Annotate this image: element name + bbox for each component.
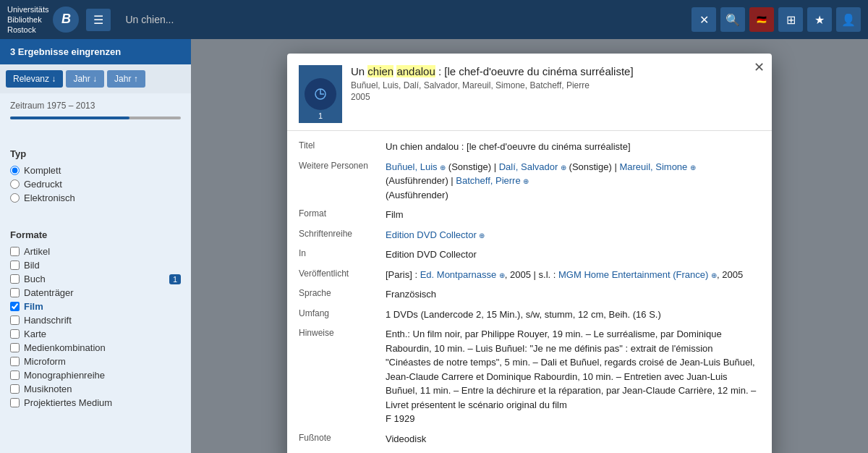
label-sprache: Sprache <box>299 287 386 302</box>
main-content: ✕ 1 <box>191 39 868 453</box>
detail-row-sprache: Sprache Französisch <box>299 287 760 302</box>
link-bunuel[interactable]: Buñuel, Luis <box>386 161 438 172</box>
logo-text: Universitäts Bibliothek Rostock <box>7 4 48 35</box>
detail-row-veroeffentlicht: Veröffentlicht [Paris] : Ed. Montparnass… <box>299 268 760 282</box>
content-area: 3 Ergebnisse eingrenzen Relevanz ↓ Jahr … <box>0 39 868 453</box>
format-handschrift[interactable]: Handschrift <box>10 315 181 326</box>
detail-row-in: In Edition DVD Collector <box>299 247 760 262</box>
sort-bar: Relevanz ↓ Jahr ↓ Jahr ↑ <box>0 64 191 93</box>
detail-row-titel: Titel Un chien andalou : [le chef-d'oeuv… <box>299 140 760 154</box>
value-format: Film <box>386 208 760 222</box>
link-mareuil[interactable]: Mareuil, Simone <box>619 161 687 172</box>
search-button[interactable]: 🔍 <box>720 7 745 32</box>
modal-close-button[interactable]: ✕ <box>754 59 765 75</box>
period-slider-track[interactable] <box>10 117 181 119</box>
label-format: Format <box>299 208 386 222</box>
sidebar-header: 3 Ergebnisse eingrenzen <box>0 39 191 64</box>
value-titel: Un chien andalou : [le chef-d'oeuvre du … <box>386 140 760 154</box>
close-search-button[interactable]: ✕ <box>692 7 716 32</box>
link-dali[interactable]: Dalí, Salvador <box>499 161 558 172</box>
sort-jahr-desc-button[interactable]: Jahr ↓ <box>66 70 104 88</box>
modal-body: Titel Un chien andalou : [le chef-d'oeuv… <box>287 131 772 453</box>
period-slider-fill <box>10 117 129 119</box>
type-filter-section: Typ Komplett Gedruckt Elektronisch <box>0 132 191 213</box>
label-titel: Titel <box>299 140 386 154</box>
label-hinweise: Hinweise <box>299 327 386 426</box>
link-ed-montparnasse[interactable]: Ed. Montparnasse <box>420 269 497 280</box>
title-highlight-chien: chien <box>367 65 393 77</box>
link-batcheff[interactable]: Batcheff, Pierre <box>456 175 520 186</box>
value-fussnote: Videodisk <box>386 432 760 446</box>
sort-jahr-asc-button[interactable]: Jahr ↑ <box>107 70 145 88</box>
header-actions: ✕ 🔍 🇩🇪 ⊞ ★ 👤 <box>692 7 861 32</box>
format-section-title: Formate <box>10 229 181 240</box>
value-schriftenreihe: Edition DVD Collector ⊕ <box>386 228 760 242</box>
logo-area: Universitäts Bibliothek Rostock B <box>7 4 79 35</box>
account-button[interactable]: 👤 <box>836 7 861 32</box>
detail-row-hinweise: Hinweise Enth.: Un film noir, par Philip… <box>299 327 760 426</box>
type-komplett[interactable]: Komplett <box>10 165 181 176</box>
detail-row-format: Format Film <box>299 208 760 222</box>
value-in: Edition DVD Collector <box>386 247 760 262</box>
link-edition-dvd-collector-series[interactable]: Edition DVD Collector <box>386 229 477 240</box>
search-breadcrumb: Un chien... <box>118 14 684 25</box>
label-schriftenreihe: Schriftenreihe <box>299 228 386 242</box>
sort-relevanz-button[interactable]: Relevanz ↓ <box>6 70 63 88</box>
format-bild[interactable]: Bild <box>10 260 181 271</box>
modal-year: 2005 <box>351 92 760 102</box>
value-umfang: 1 DVDs (Landercode 2, 15 Min.), s/w, stu… <box>386 308 760 322</box>
format-filter-section: Formate Artikel Bild Buch1 Datenträger F… <box>0 213 191 418</box>
link-mgm-home[interactable]: MGM Home Entertainment (France) <box>558 269 708 280</box>
format-projektiertes-medium[interactable]: Projektiertes Medium <box>10 397 181 408</box>
header: Universitäts Bibliothek Rostock B ☰ Un c… <box>0 0 868 39</box>
type-section-title: Typ <box>10 148 181 159</box>
film-icon <box>310 87 331 101</box>
buch-count: 1 <box>169 274 181 284</box>
format-microform[interactable]: Microform <box>10 356 181 367</box>
format-medienkombination[interactable]: Medienkombination <box>10 342 181 353</box>
detail-row-umfang: Umfang 1 DVDs (Landercode 2, 15 Min.), s… <box>299 308 760 322</box>
period-filter-label: Zeitraum 1975 – 2013 <box>10 101 181 111</box>
detail-row-schriftenreihe: Schriftenreihe Edition DVD Collector ⊕ <box>299 228 760 242</box>
thumbnail-icon <box>305 78 336 110</box>
label-umfang: Umfang <box>299 308 386 322</box>
value-veroeffentlicht: [Paris] : Ed. Montparnasse ⊕, 2005 | s.l… <box>386 268 760 282</box>
favorites-button[interactable]: ★ <box>807 7 832 32</box>
value-hinweise: Enth.: Un film noir, par Philippe Rouyer… <box>386 327 760 426</box>
format-artikel[interactable]: Artikel <box>10 246 181 257</box>
value-sprache: Französisch <box>386 287 760 302</box>
label-fussnote: Fußnote <box>299 432 386 446</box>
logo-icon: B <box>53 7 79 33</box>
sidebar: 3 Ergebnisse eingrenzen Relevanz ↓ Jahr … <box>0 39 191 453</box>
modal-thumbnail: 1 <box>299 65 342 123</box>
language-button[interactable]: 🇩🇪 <box>749 7 774 32</box>
menu-button[interactable]: ☰ <box>86 9 111 31</box>
format-musiknoten[interactable]: Musiknoten <box>10 384 181 394</box>
value-personen: Buñuel, Luis ⊕ (Sonstige) | Dalí, Salvad… <box>386 160 760 203</box>
title-highlight-andalou: andalou <box>396 65 435 77</box>
format-buch[interactable]: Buch1 <box>10 274 181 284</box>
format-datentraeger[interactable]: Datenträger <box>10 287 181 298</box>
thumbnail-number: 1 <box>318 111 323 120</box>
modal-title-area: Un chien andalou : [le chef-d'oeuvre du … <box>351 65 760 102</box>
detail-row-fussnote: Fußnote Videodisk <box>299 432 760 446</box>
label-personen: Weitere Personen <box>299 160 386 203</box>
detail-row-personen: Weitere Personen Buñuel, Luis ⊕ (Sonstig… <box>299 160 760 203</box>
format-monographienreihe[interactable]: Monographienreihe <box>10 370 181 381</box>
type-elektronisch[interactable]: Elektronisch <box>10 192 181 203</box>
modal-subtitle: Buñuel, Luis, Dalí, Salvador, Mareuil, S… <box>351 80 760 90</box>
detail-modal: ✕ 1 <box>287 54 772 453</box>
period-filter-section: Zeitraum 1975 – 2013 <box>0 93 191 132</box>
grid-view-button[interactable]: ⊞ <box>778 7 803 32</box>
label-veroeffentlicht: Veröffentlicht <box>299 268 386 282</box>
modal-header: 1 Un chien andalou : [le chef-d'oeuvre d… <box>287 54 772 131</box>
label-in: In <box>299 247 386 262</box>
modal-title: Un chien andalou : [le chef-d'oeuvre du … <box>351 65 760 77</box>
modal-overlay: ✕ 1 <box>191 39 868 453</box>
format-karte[interactable]: Karte <box>10 329 181 339</box>
format-film[interactable]: Film <box>10 301 181 312</box>
type-gedruckt[interactable]: Gedruckt <box>10 179 181 190</box>
